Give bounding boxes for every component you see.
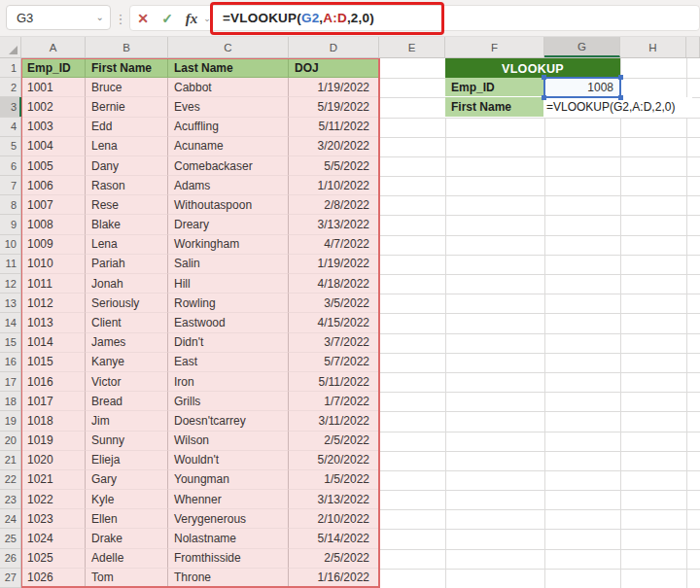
cell[interactable]: 2/8/2022 (289, 195, 379, 215)
cell[interactable]: Jonah (86, 274, 168, 294)
column-header-D[interactable]: D (289, 37, 379, 57)
column-header-F[interactable]: F (445, 37, 544, 57)
cell[interactable]: 1017 (21, 392, 86, 411)
cell[interactable]: Dany (86, 156, 168, 176)
cell[interactable]: Lena (86, 235, 168, 255)
cell[interactable]: 3/20/2022 (289, 137, 379, 156)
reference-drag-handle[interactable] (618, 95, 623, 100)
cell[interactable]: 1007 (21, 195, 86, 215)
cell[interactable]: 1026 (21, 569, 86, 588)
cell[interactable]: 1001 (21, 78, 86, 97)
reference-drag-handle[interactable] (542, 75, 546, 80)
row-header-3[interactable]: 3 (0, 97, 20, 117)
cell[interactable]: Gary (86, 470, 168, 490)
enter-icon[interactable]: ✓ (156, 0, 179, 37)
row-header-1[interactable]: 1 (0, 58, 20, 78)
cell[interactable]: 3/13/2022 (289, 490, 379, 509)
row-header-11[interactable]: 11 (0, 255, 20, 274)
row-header-7[interactable]: 7 (0, 176, 20, 195)
cell[interactable]: 4/7/2022 (289, 235, 379, 255)
cell[interactable]: 1006 (21, 176, 86, 195)
row-header-19[interactable]: 19 (0, 411, 20, 431)
cell[interactable]: 1009 (21, 235, 86, 255)
cell[interactable]: 5/11/2022 (289, 118, 379, 137)
cell[interactable]: Rason (86, 176, 168, 195)
cell[interactable]: Adams (168, 176, 289, 195)
cell-F2-emp-id-label[interactable]: Emp_ID (445, 78, 544, 97)
cell[interactable]: Iron (168, 372, 289, 392)
cell[interactable]: Throne (168, 569, 289, 588)
cell[interactable]: 1024 (21, 529, 86, 548)
cell[interactable]: 2/10/2022 (289, 509, 379, 529)
cell[interactable]: Ellen (86, 509, 168, 529)
row-header-16[interactable]: 16 (0, 353, 20, 372)
reference-drag-handle[interactable] (542, 95, 546, 100)
cell[interactable]: 1008 (21, 215, 86, 234)
reference-drag-handle[interactable] (618, 75, 623, 80)
cell[interactable]: 1022 (21, 490, 86, 509)
cell[interactable]: 1004 (21, 137, 86, 156)
cell[interactable]: Salin (168, 255, 289, 274)
row-header-9[interactable]: 9 (0, 215, 20, 234)
cell[interactable]: 1/10/2022 (289, 176, 379, 195)
cell[interactable]: Acuname (168, 137, 289, 156)
formula-bar-input[interactable] (129, 5, 700, 31)
row-header-21[interactable]: 21 (0, 451, 20, 470)
cell[interactable]: Adelle (86, 549, 168, 569)
cell[interactable]: 5/5/2022 (289, 156, 379, 176)
cell[interactable]: Youngman (168, 470, 289, 490)
cell[interactable]: Fromthisside (168, 549, 289, 569)
cell[interactable]: 1002 (21, 97, 86, 117)
cell[interactable]: Sunny (86, 432, 168, 451)
cell[interactable]: 1012 (21, 294, 86, 313)
cell[interactable]: 2/5/2022 (289, 432, 379, 451)
formula-text[interactable]: =VLOOKUP(G2,A:D,2,0) (223, 0, 374, 36)
row-header-24[interactable]: 24 (0, 509, 20, 529)
cell[interactable]: Wilson (168, 432, 289, 451)
cell[interactable]: Bread (86, 392, 168, 411)
cell[interactable]: Nolastname (168, 529, 289, 548)
row-header-2[interactable]: 2 (0, 78, 20, 97)
cell[interactable]: Edd (86, 118, 168, 137)
cell[interactable]: Client (86, 313, 168, 332)
cell[interactable]: 1005 (21, 156, 86, 176)
cell[interactable]: Kanye (86, 353, 168, 372)
cell[interactable]: Bruce (86, 78, 168, 97)
cell[interactable]: 1020 (21, 451, 86, 470)
vlookup-panel-title[interactable]: VLOOKUP (445, 58, 620, 79)
row-header-13[interactable]: 13 (0, 294, 20, 313)
cell[interactable]: 1010 (21, 255, 86, 274)
insert-function-icon[interactable]: fx (181, 0, 202, 37)
cell[interactable]: 1014 (21, 333, 86, 353)
cell[interactable]: 4/18/2022 (289, 274, 379, 294)
cell[interactable]: Workingham (168, 235, 289, 255)
header-cell[interactable]: DOJ (289, 58, 379, 78)
cell[interactable]: 1011 (21, 274, 86, 294)
cell[interactable]: Wouldn't (168, 451, 289, 470)
cell[interactable]: East (168, 353, 289, 372)
row-header-15[interactable]: 15 (0, 333, 20, 353)
cell[interactable]: 5/20/2022 (289, 451, 379, 470)
cell[interactable]: 1018 (21, 411, 86, 431)
column-header-G[interactable]: G (544, 37, 620, 57)
cancel-icon[interactable]: ✕ (131, 0, 155, 37)
cell[interactable]: 3/13/2022 (289, 215, 379, 234)
cell[interactable]: Lena (86, 137, 168, 156)
cell[interactable]: Tom (86, 569, 168, 588)
column-header-partial[interactable] (686, 37, 700, 57)
cell[interactable]: 1016 (21, 372, 86, 392)
row-header-6[interactable]: 6 (0, 156, 20, 176)
cell[interactable]: 1023 (21, 509, 86, 529)
row-header-20[interactable]: 20 (0, 432, 20, 451)
cell[interactable]: Acuffling (168, 118, 289, 137)
cell[interactable]: Cabbot (168, 78, 289, 97)
formula-bar-drag-dots-icon[interactable]: ⋮ (116, 0, 125, 37)
cell[interactable]: Verygenerous (168, 509, 289, 529)
header-cell[interactable]: Last Name (168, 58, 289, 78)
row-header-17[interactable]: 17 (0, 372, 20, 392)
row-header-8[interactable]: 8 (0, 195, 20, 215)
chevron-down-icon[interactable]: ⌄ (96, 13, 104, 22)
cell[interactable]: Victor (86, 372, 168, 392)
column-header-C[interactable]: C (168, 37, 289, 57)
cell[interactable]: Pariah (86, 255, 168, 274)
